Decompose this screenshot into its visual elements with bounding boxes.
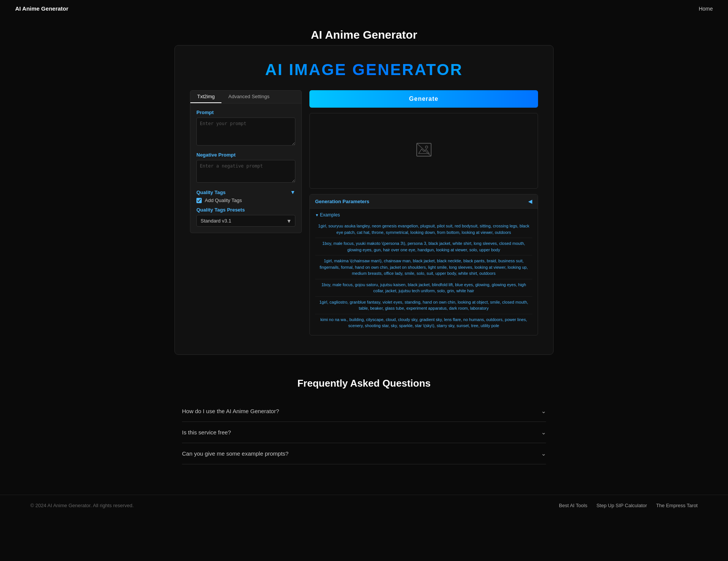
negative-prompt-label: Negative Prompt: [196, 152, 295, 158]
faq-section: Frequently Asked Questions How do I use …: [174, 378, 554, 464]
faq-item-1[interactable]: Is this service free? ⌄: [182, 422, 546, 443]
footer: © 2024 AI Anime Generator. All rights re…: [0, 495, 728, 516]
faq-question-1: Is this service free?: [182, 429, 231, 436]
two-col-layout: Txt2img Advanced Settings Prompt Negativ…: [190, 90, 538, 335]
quality-tags-presets-label: Quality Tags Presets: [196, 207, 295, 213]
svg-point-1: [425, 146, 428, 148]
example-item-0[interactable]: 1girl, souryuu asuka langley, neon genes…: [315, 221, 532, 238]
tab-advanced-settings[interactable]: Advanced Settings: [221, 91, 276, 103]
preset-select[interactable]: Standard v3.1 Anime v2.0 Realistic v1.5: [196, 215, 295, 227]
footer-link-0[interactable]: Best AI Tools: [559, 503, 587, 508]
generator-heading: AI IMAGE GENERATOR: [190, 61, 538, 79]
right-panel: Generate Generation Parameters: [309, 90, 538, 335]
left-panel: Prompt Negative Prompt Quality Tags ▼ Ad…: [190, 103, 302, 233]
negative-prompt-input[interactable]: [196, 160, 295, 183]
navbar: AI Anime Generator Home: [0, 0, 728, 17]
faq-item-2[interactable]: Can you give me some example prompts? ⌄: [182, 443, 546, 464]
gen-params-header: Generation Parameters ◀: [310, 194, 538, 208]
tab-txt2img[interactable]: Txt2img: [190, 91, 221, 103]
left-column: Txt2img Advanced Settings Prompt Negativ…: [190, 90, 302, 335]
footer-link-1[interactable]: Step Up SIP Calculator: [596, 503, 647, 508]
faq-title: Frequently Asked Questions: [182, 378, 546, 389]
nav-home-link[interactable]: Home: [699, 6, 713, 12]
add-quality-tags-label: Add Quality Tags: [205, 197, 242, 203]
page-title: AI Anime Generator: [0, 17, 728, 45]
add-quality-tags-checkbox[interactable]: [196, 198, 202, 203]
generate-button[interactable]: Generate: [309, 90, 538, 108]
footer-links: Best AI Tools Step Up SIP Calculator The…: [559, 503, 698, 508]
examples-section: Examples 1girl, souryuu asuka langley, n…: [310, 208, 538, 335]
faq-question-0: How do I use the AI Anime Generator?: [182, 408, 279, 414]
gen-params-toggle-icon[interactable]: ◀: [528, 198, 532, 204]
main-card: AI IMAGE GENERATOR Txt2img Advanced Sett…: [174, 45, 554, 355]
quality-tags-label: Quality Tags: [196, 190, 226, 195]
faq-chevron-1: ⌄: [541, 429, 546, 436]
preset-select-wrapper: Standard v3.1 Anime v2.0 Realistic v1.5 …: [196, 215, 295, 227]
example-item-1[interactable]: 1boy, male focus, yuuki makoto \(persona…: [315, 238, 532, 255]
footer-copyright: © 2024 AI Anime Generator. All rights re…: [30, 503, 134, 508]
image-placeholder-icon: [416, 143, 431, 159]
example-item-5[interactable]: kimi no na wa., building, cityscape, clo…: [315, 314, 532, 331]
add-quality-tags-row: Add Quality Tags: [196, 197, 295, 203]
example-item-3[interactable]: 1boy, male focus, gojou satoru, jujutsu …: [315, 279, 532, 297]
tabs-bar: Txt2img Advanced Settings: [190, 90, 302, 103]
example-item-4[interactable]: 1girl, cagliostro, granblue fantasy, vio…: [315, 297, 532, 314]
svg-line-2: [417, 143, 431, 156]
image-preview: [309, 113, 538, 189]
quality-tags-header: Quality Tags ▼: [196, 189, 295, 195]
example-item-2[interactable]: 1girl, makima \(chainsaw man\), chainsaw…: [315, 255, 532, 279]
footer-link-2[interactable]: The Empress Tarot: [656, 503, 698, 508]
prompt-input[interactable]: [196, 118, 295, 146]
examples-toggle[interactable]: Examples: [315, 212, 532, 218]
faq-chevron-0: ⌄: [541, 407, 546, 415]
nav-brand: AI Anime Generator: [15, 5, 68, 12]
faq-chevron-2: ⌄: [541, 450, 546, 457]
faq-question-2: Can you give me some example prompts?: [182, 450, 289, 457]
generation-params-panel: Generation Parameters ◀ Examples 1girl, …: [309, 194, 538, 335]
quality-tags-toggle-icon[interactable]: ▼: [290, 189, 295, 195]
prompt-label: Prompt: [196, 110, 295, 115]
gen-params-title: Generation Parameters: [315, 199, 369, 204]
faq-item-0[interactable]: How do I use the AI Anime Generator? ⌄: [182, 401, 546, 422]
